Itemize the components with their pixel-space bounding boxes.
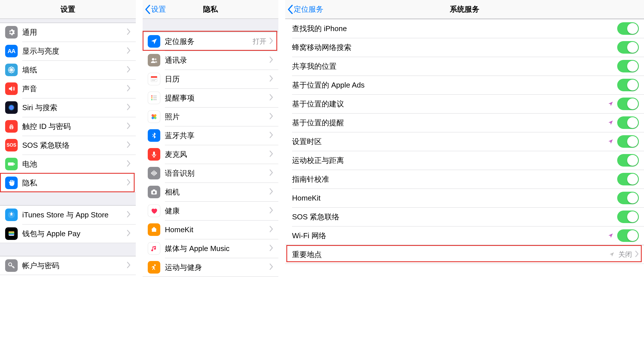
list-row[interactable]: 麦克风 [143,145,278,164]
bluetooth-icon [148,129,160,142]
location-indicator-icon [607,138,614,145]
list-row[interactable]: SOSSOS 紧急联络 [0,136,136,155]
list-row[interactable]: 日历 [143,70,278,88]
list-row[interactable]: 墙纸 [0,60,136,79]
svg-point-49 [154,264,156,266]
chevron-right-icon [127,85,131,92]
aa-icon: AA [5,45,18,57]
svg-rect-16 [9,234,14,235]
toggle-switch[interactable] [617,135,639,148]
list-row[interactable]: 触控 ID 与密码 [0,117,136,136]
svg-point-0 [11,69,13,71]
list-row[interactable]: 定位服务打开 [143,32,278,51]
privacy-screen: 设置 隐私 定位服务打开通讯录日历提醒事项照片蓝牙共享麦克风语音识别相机健康Ho… [143,0,278,354]
homekit-icon [148,223,160,236]
list-row[interactable]: iTunes Store 与 App Store [0,205,136,224]
health-icon [148,205,160,217]
toggle-row: 基于位置的提醒 [285,113,644,132]
chevron-right-icon [127,123,131,130]
svg-point-27 [153,80,154,81]
svg-point-22 [152,79,152,80]
list-row[interactable]: 隐私 [0,173,136,192]
row-label: 通用 [22,27,127,37]
significant-locations-row[interactable]: 重要地点关闭 [285,245,644,264]
list-row[interactable]: 声音 [0,79,136,98]
list-row[interactable]: 钱包与 Apple Pay [0,224,136,243]
toggle-switch[interactable] [617,116,639,129]
svg-rect-21 [151,76,157,78]
group-spacer [143,19,278,32]
toggle-switch[interactable] [617,192,639,204]
list-row[interactable]: 语音识别 [143,164,278,183]
hand-icon [5,177,18,189]
list-row[interactable]: AA显示与亮度 [0,42,136,60]
svg-point-26 [152,80,152,81]
row-detail: 打开 [253,37,266,46]
toggle-switch[interactable] [617,60,639,72]
svg-point-33 [151,99,152,100]
nav-bar: 设置 隐私 [143,0,278,19]
list-row[interactable]: 运动与健身 [143,258,278,277]
chevron-right-icon [127,141,131,149]
toggle-switch[interactable] [617,98,639,110]
list-row[interactable]: 帐户与密码 [0,256,136,275]
location-icon [148,35,160,48]
svg-rect-30 [153,96,157,96]
svg-rect-15 [9,233,14,234]
row-label: 隐私 [22,178,127,188]
settings-screen: 设置 通用AA显示与亮度墙纸声音Siri 与搜索触控 ID 与密码SOSSOS … [0,0,136,354]
list-row[interactable]: 相机 [143,183,278,201]
group-spacer [0,243,136,256]
list-row[interactable]: 媒体与 Apple Music [143,239,278,258]
chevron-right-icon [269,75,273,83]
gear-icon [5,26,18,39]
nav-bar: 设置 [0,0,136,19]
list-row[interactable]: 照片 [143,107,278,126]
list-row[interactable]: 蓝牙共享 [143,126,278,145]
toggle-switch[interactable] [617,229,639,242]
back-button[interactable]: 设置 [145,0,166,19]
list-row[interactable]: 通讯录 [143,51,278,70]
privacy-group: 定位服务打开通讯录日历提醒事项照片蓝牙共享麦克风语音识别相机健康HomeKit媒… [143,32,278,277]
settings-group-3: 帐户与密码 [0,256,136,275]
location-indicator-icon [607,232,614,239]
system-services-footer-group: 重要地点关闭 [285,245,644,264]
svg-point-29 [151,95,152,96]
group-spacer [0,19,136,23]
chevron-left-icon [287,5,293,14]
battery-icon [5,158,18,170]
nav-title: 设置 [60,4,75,14]
list-row[interactable]: 提醒事项 [143,88,278,107]
row-label: 电池 [22,159,127,169]
chevron-left-icon [145,5,151,14]
list-row[interactable]: Siri 与搜索 [0,98,136,117]
row-label: 触控 ID 与密码 [22,122,127,132]
back-button[interactable]: 定位服务 [287,0,323,19]
chevron-right-icon [127,230,131,237]
list-row[interactable]: 健康 [143,201,278,220]
toggle-switch[interactable] [617,41,639,54]
toggle-switch[interactable] [617,22,639,35]
chevron-right-icon [127,262,131,269]
location-indicator-icon [607,101,614,107]
list-row[interactable]: 通用 [0,23,136,42]
row-label: HomeKit [165,225,269,234]
chevron-right-icon [269,38,273,45]
location-indicator-icon [607,120,614,126]
back-label: 设置 [151,4,166,14]
toggle-switch[interactable] [617,154,639,167]
svg-point-18 [152,58,154,60]
toggle-switch[interactable] [617,79,639,91]
row-label: 基于位置的提醒 [292,118,607,128]
row-label: 基于位置的 Apple Ads [292,80,617,90]
toggle-switch[interactable] [617,173,639,185]
chevron-right-icon [127,66,131,74]
camera-icon [148,186,160,198]
toggle-row: SOS 紧急联络 [285,207,644,226]
list-row[interactable]: 电池 [0,155,136,173]
list-row[interactable]: HomeKit [143,220,278,239]
toggle-switch[interactable] [617,211,639,223]
row-label: 帐户与密码 [22,261,127,271]
svg-point-23 [153,79,154,80]
chevron-right-icon [127,160,131,168]
